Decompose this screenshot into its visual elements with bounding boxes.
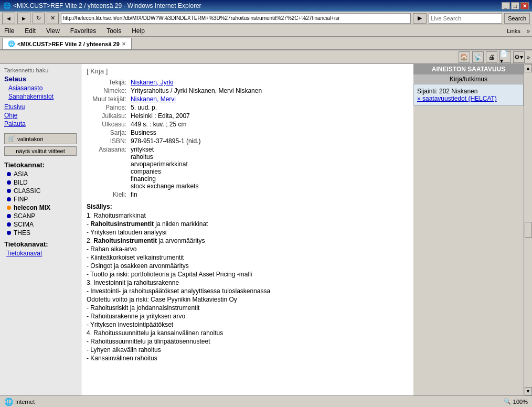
field-value-kieli: fin (129, 190, 408, 199)
field-value-nimeke: Yritysrahoitus / Jyrki Niskanen, Mervi N… (129, 87, 408, 95)
refresh-button[interactable]: ↻ (33, 13, 45, 24)
databases-header: Tietokannat: (0, 160, 81, 170)
table-row: ISBN: 978-951-37-4895-1 (nid.) (87, 137, 408, 145)
db-dot-finp (6, 196, 12, 203)
db-item-classic[interactable]: CLASSIC (0, 187, 81, 195)
browse-header: Selaus (0, 74, 81, 84)
field-label-julkaisu: Julkaisu: (87, 112, 129, 120)
list-item: - Osingot ja osakkeen arvonmääritys (87, 262, 408, 270)
scrollbar[interactable]: ▲ ▼ (524, 64, 532, 395)
feeds-icon[interactable]: 📡 (472, 51, 484, 63)
muut-tekijat-link[interactable]: Niskanen, Mervi (131, 95, 176, 103)
record-table: Tekijä: Niskanen, Jyrki Nimeke: Yritysra… (87, 78, 408, 199)
tab-bar: 🌐 <MIX.CUST>REF Viite 2 / yhteensä 29 ✕ (0, 37, 532, 50)
channel-link-tietokanavat[interactable]: Tietokanavat (0, 249, 81, 258)
availability-header: AINEISTON SAATAVUUS (413, 64, 524, 74)
links-arrow: » (527, 28, 530, 34)
menu-bar: File Edit View Favorites Tools Help Link… (0, 25, 532, 37)
sidebar-link-palauta[interactable]: Palauta (0, 120, 81, 128)
db-item-scima[interactable]: SCIMA (0, 220, 81, 229)
page-menu-icon[interactable]: 📄▾ (499, 51, 511, 63)
close-button[interactable]: ✕ (520, 2, 529, 9)
sidebar-link-asiasanasto[interactable]: Asiasanasto (0, 84, 81, 92)
print-icon[interactable]: 🖨 (486, 51, 497, 63)
scroll-down-button[interactable]: ▼ (525, 387, 532, 395)
field-value-asiasana: yritykset rahoitus arvopaperimarkkinat c… (129, 145, 408, 190)
db-dot-scima (6, 221, 12, 228)
field-label-ulkoasu: Ulkoasu: (87, 120, 129, 128)
field-value-julkaisu: Helsinki : Edita, 2007 (129, 112, 408, 120)
sidebar: Tarkennettu haku Selaus Asiasanasto Sana… (0, 64, 81, 395)
menu-view[interactable]: View (44, 27, 62, 35)
address-input[interactable] (61, 13, 411, 24)
scroll-thumb[interactable] (525, 222, 532, 238)
back-button[interactable]: ◄ (2, 13, 15, 24)
field-label-sarja: Sarja: (87, 128, 129, 137)
table-row: Julkaisu: Helsinki : Edita, 2007 (87, 112, 408, 120)
db-item-scanp[interactable]: SCANP (0, 212, 81, 220)
cart-button[interactable]: 🛒 valintakori (4, 133, 77, 144)
minimize-button[interactable]: _ (502, 2, 510, 9)
db-item-bild[interactable]: BILD (0, 178, 81, 187)
stop-button[interactable]: ✕ (47, 13, 59, 24)
table-row: Ulkoasu: 449 s. : kuv. ; 25 cm (87, 120, 408, 128)
db-item-finp[interactable]: FINP (0, 195, 81, 204)
sidebar-link-etusivu[interactable]: Etusivu (0, 103, 81, 111)
db-dot-thes (6, 229, 12, 237)
field-label-isbn: ISBN: (87, 137, 129, 145)
show-selected-button[interactable]: näytä valitut viitteet (4, 146, 77, 156)
status-bar: 🌐 Internet 🔍 100% (0, 395, 532, 407)
table-row: Sarja: Business (87, 128, 408, 137)
list-item: 1. Rahoitusmarkkinat (87, 211, 408, 220)
tab-label: <MIX.CUST>REF Viite 2 / yhteensä 29 (17, 41, 120, 47)
db-dot-classic (6, 187, 12, 195)
record-type: [ Kirja ] (87, 67, 408, 75)
menu-edit[interactable]: Edit (23, 27, 38, 35)
tekija-link[interactable]: Niskanen, Jyrki (131, 79, 173, 86)
field-label-nimeke: Nimeke: (87, 87, 129, 95)
field-label-asiasana: Asiasana: (87, 145, 129, 190)
content-area: [ Kirja ] Tekijä: Niskanen, Jyrki Nimeke… (81, 64, 413, 395)
links-label: Links (507, 28, 520, 34)
window-title: <MIX.CUST>REF Viite 2 / yhteensä 29 - Wi… (13, 2, 201, 9)
list-item: - Kiinteäkorkoiset velkainstrumentit (87, 253, 408, 262)
cart-label: valintakori (17, 136, 44, 142)
maximize-button[interactable]: □ (511, 2, 519, 9)
field-value-sarja: Business (129, 128, 408, 137)
menu-help[interactable]: Help (130, 27, 147, 35)
db-item-asia[interactable]: ASIA (0, 170, 81, 178)
table-row: Asiasana: yritykset rahoitus arvopaperim… (87, 145, 408, 190)
go-button[interactable]: ▶ (413, 13, 427, 24)
field-value-isbn: 978-951-37-4895-1 (nid.) (129, 137, 408, 145)
db-dot-bild (6, 179, 12, 186)
list-item: 2. Rahoitusinstrumentit ja arvonmääritys (87, 237, 408, 245)
db-item-helecon-mix[interactable]: helecon MIX (0, 204, 81, 212)
table-row: Muut tekijät: Niskanen, Mervi (87, 95, 408, 103)
home-icon[interactable]: 🏠 (459, 51, 470, 63)
tab-close-button[interactable]: ✕ (122, 41, 126, 47)
search-button[interactable]: Search (504, 13, 530, 24)
table-row: Tekijä: Niskanen, Jyrki (87, 78, 408, 87)
sidebar-link-ohje[interactable]: Ohje (0, 111, 81, 120)
table-row: Kieli: fin (87, 190, 408, 199)
menu-tools[interactable]: Tools (104, 27, 123, 35)
menu-favorites[interactable]: Favorites (68, 27, 98, 35)
list-item: - Rahoitusriskit ja johdannaisinstrument… (87, 304, 408, 312)
active-tab[interactable]: 🌐 <MIX.CUST>REF Viite 2 / yhteensä 29 ✕ (2, 38, 132, 49)
forward-button[interactable]: ► (17, 13, 30, 24)
scroll-up-button[interactable]: ▲ (525, 64, 532, 72)
zone-label: Internet (15, 399, 35, 405)
menu-file[interactable]: File (2, 27, 16, 35)
sidebar-link-sanahakemistot[interactable]: Sanahakemistot (0, 92, 81, 101)
db-dot-asia (6, 170, 12, 178)
helcat-link[interactable]: » saatavuustiedot (HELCAT) (417, 95, 497, 102)
search-input[interactable] (429, 13, 502, 24)
list-item: - Yrityksen talouden analyysi (87, 228, 408, 237)
address-bar: ◄ ► ↻ ✕ ▶ Search (0, 12, 532, 25)
table-row: Nimeke: Yritysrahoitus / Jyrki Niskanen,… (87, 87, 408, 95)
window-controls[interactable]: _ □ ✕ (502, 2, 529, 9)
db-item-thes[interactable]: THES (0, 229, 81, 237)
zoom-level: 100% (513, 399, 528, 405)
tools-menu-icon[interactable]: ⚙▾ (513, 51, 525, 63)
avail-helcat-link[interactable]: » saatavuustiedot (HELCAT) (417, 95, 520, 102)
